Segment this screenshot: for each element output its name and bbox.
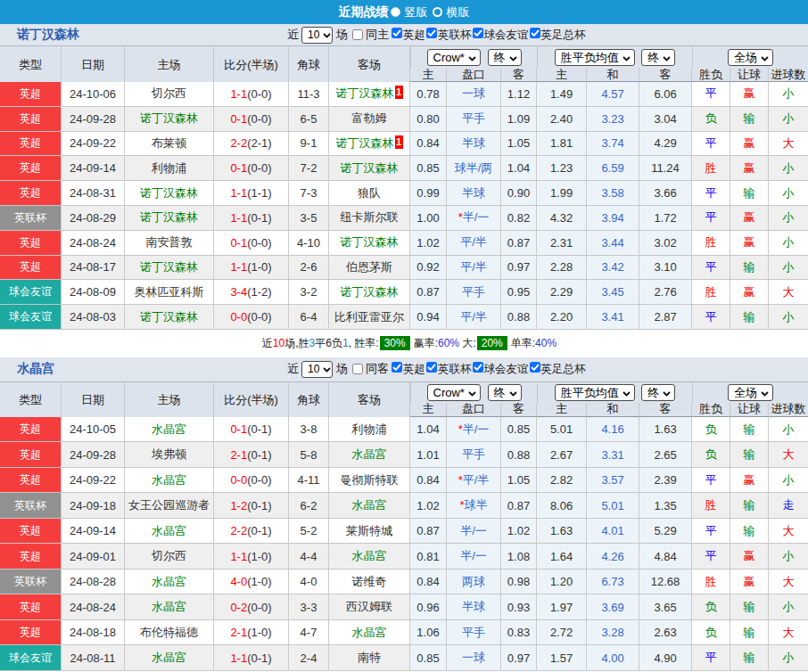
match-row: 英超24-10-05水晶宫0-1(0-1)3-8利物浦1.04*半/一0.855…: [0, 417, 808, 443]
goals-result-cell: 大: [769, 132, 808, 157]
odds-state-select[interactable]: 终: [488, 49, 522, 66]
league-filter-group: 英超英联杯球会友谊英足总杯: [392, 362, 587, 377]
away-team-cell: 诺丁汉森林: [329, 280, 410, 305]
league-label[interactable]: 英超: [403, 363, 425, 375]
eu-away-odds-cell: 1.35: [639, 493, 692, 519]
away-team-cell: 诺丁汉森林: [329, 156, 410, 181]
layout-vertical-label[interactable]: 竖版: [405, 4, 428, 20]
handicap-cell: 半/一: [447, 544, 501, 570]
league-label[interactable]: 英联杯: [438, 29, 472, 41]
eu-draw-odds-cell: 3.57: [587, 468, 639, 494]
league-label[interactable]: 英超: [403, 29, 425, 41]
same-venue-checkbox[interactable]: [352, 29, 363, 40]
handicap-cell: *半/一: [447, 417, 501, 443]
chevron-down-icon: [663, 387, 671, 398]
eu-draw-odds-cell: 3.41: [587, 305, 639, 330]
col-eu-away: 客: [639, 403, 692, 417]
league-checkbox[interactable]: [473, 362, 483, 373]
red-card-badge: 1: [395, 135, 403, 149]
ah-away-odds-cell: 0.90: [501, 181, 537, 206]
odds-company-group: Crow* 终: [410, 381, 537, 403]
ah-home-odds-cell: 1.01: [410, 442, 447, 468]
league-checkbox[interactable]: [426, 362, 437, 373]
league-checkbox[interactable]: [473, 28, 483, 38]
col-away: 客场: [329, 381, 410, 417]
layout-horizontal-label[interactable]: 横版: [447, 4, 470, 20]
goals-result-cell: 大: [769, 280, 808, 305]
chevron-down-icon: [663, 52, 671, 63]
ah-home-odds-cell: 0.94: [410, 305, 447, 330]
layout-vertical-radio[interactable]: [391, 7, 400, 17]
away-team-cell: 诺维奇: [329, 570, 410, 595]
layout-horizontal-radio[interactable]: [433, 7, 442, 17]
odds-company-select[interactable]: Crow*: [427, 384, 481, 401]
col-wdl: 胜负: [692, 68, 730, 82]
rate-badge: 30%: [380, 336, 410, 350]
score-cell: 0-1(0-0): [214, 107, 289, 132]
handicap-cell: 一球: [447, 645, 501, 671]
score-cell: 1-1(1-1): [214, 181, 289, 206]
result-scope-select[interactable]: 全场: [728, 49, 773, 66]
result-scope-select[interactable]: 全场: [728, 384, 773, 401]
eu-home-odds-cell: 1.57: [537, 645, 587, 671]
league-label[interactable]: 英足总杯: [541, 29, 586, 41]
league-checkbox[interactable]: [530, 28, 540, 38]
goals-result-cell: 小: [769, 181, 808, 206]
corners-cell: 9-1: [289, 132, 329, 157]
ah-home-odds-cell: 0.78: [410, 82, 447, 107]
col-handicap: 盘口: [447, 403, 501, 417]
league-label[interactable]: 球会友谊: [484, 29, 529, 41]
eu-draw-odds-cell: 3.23: [587, 107, 639, 132]
wdl-result-cell: 平: [692, 256, 730, 281]
eu-away-odds-cell: 2.87: [639, 305, 692, 330]
corners-cell: 7-3: [289, 181, 329, 206]
league-label[interactable]: 球会友谊: [484, 363, 529, 375]
home-team-cell: 诺丁汉森林: [125, 206, 214, 231]
handicap-cell: 半/一: [447, 519, 501, 545]
match-row: 英联杯24-08-29诺丁汉森林1-1(0-1)3-5纽卡斯尔联1.00*半/一…: [0, 206, 808, 231]
europe-state-select[interactable]: 终: [641, 384, 675, 401]
odds-state-select[interactable]: 终: [488, 384, 522, 401]
date-cell: 24-09-22: [62, 468, 125, 494]
league-checkbox[interactable]: [392, 362, 402, 373]
eu-home-odds-cell: 2.67: [537, 442, 587, 468]
league-label[interactable]: 英足总杯: [541, 363, 586, 375]
match-count-select[interactable]: 10: [301, 27, 333, 44]
same-venue-checkbox[interactable]: [352, 364, 363, 374]
ah-home-odds-cell: 0.80: [410, 107, 447, 132]
europe-state-select[interactable]: 终: [641, 49, 675, 66]
handicap-cell: 半球: [447, 181, 501, 206]
score-cell: 2-1(0-1): [214, 442, 289, 468]
league-label[interactable]: 英联杯: [438, 363, 472, 375]
league-checkbox[interactable]: [392, 28, 402, 38]
match-count-select[interactable]: 10: [301, 361, 333, 378]
score-cell: 0-0(0-0): [214, 305, 289, 330]
europe-odds-select[interactable]: 胜平负均值: [555, 49, 635, 66]
matches-label: 场: [336, 361, 348, 377]
chevron-down-icon: [468, 52, 476, 63]
europe-odds-select[interactable]: 胜平负均值: [555, 384, 635, 401]
league-checkbox[interactable]: [530, 362, 540, 373]
home-team-cell: 利物浦: [125, 156, 214, 181]
corners-cell: 6-2: [289, 493, 329, 519]
match-row: 英超24-08-18布伦特福德2-1(1-0)4-7水晶宫1.06平手0.832…: [0, 620, 808, 646]
date-cell: 24-10-05: [62, 417, 125, 443]
home-team-cell: 布伦特福德: [125, 620, 214, 646]
date-cell: 24-08-11: [62, 645, 125, 671]
summary-text: 大:: [459, 336, 476, 351]
competition-cell: 英联杯: [0, 493, 62, 519]
eu-draw-odds-cell: 3.44: [587, 231, 639, 256]
odds-company-select[interactable]: Crow*: [427, 49, 481, 66]
corners-cell: 11-3: [289, 82, 329, 107]
handicap-cell: 平手: [447, 442, 501, 468]
date-cell: 24-09-28: [62, 442, 125, 468]
summary-text: 场,胜: [284, 336, 309, 351]
handicap-result-cell: 输: [730, 107, 769, 132]
league-checkbox[interactable]: [426, 28, 437, 38]
ah-home-odds-cell: 1.02: [410, 493, 447, 519]
chevron-down-icon: [468, 387, 476, 398]
eu-draw-odds-cell: 3.28: [587, 620, 639, 646]
handicap-cell: 平/半: [447, 256, 501, 281]
summary-line: 近10场,胜3平6负1, 胜率:30%赢率:60% 大:20%单率:40%: [0, 330, 808, 357]
competition-cell: 英超: [0, 231, 62, 256]
